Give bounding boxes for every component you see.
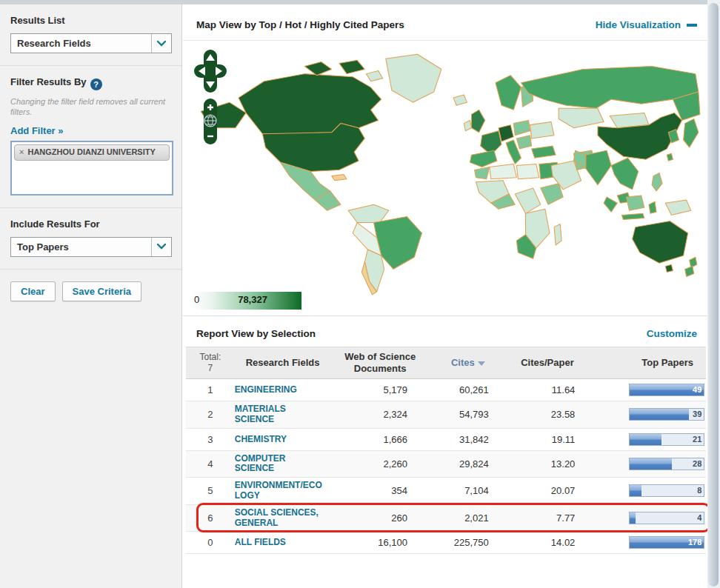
map-legend: 0 78,327	[192, 292, 301, 310]
report-header: Report View by Selection Customize	[183, 316, 707, 347]
top-papers-bar: 4	[629, 512, 704, 524]
table-body: 1 ENGINEERING 5,179 60,261 11.64 49	[186, 379, 706, 554]
chevron-down-icon[interactable]	[151, 34, 171, 53]
cites-cell: 60,261	[430, 384, 507, 395]
esi-page: Results List Research Fields Filter Resu…	[0, 0, 720, 588]
remove-filter-icon[interactable]: ×	[19, 147, 24, 158]
docs-cell: 5,179	[330, 384, 430, 395]
map-panel-header: Map View by Top / Hot / Highly Cited Pap…	[183, 4, 707, 41]
collapse-minus-icon[interactable]	[687, 24, 697, 27]
results-list-dropdown[interactable]: Research Fields	[10, 33, 172, 53]
filter-section: Filter Results By? Changing the filter f…	[0, 66, 181, 208]
docs-cell: 260	[330, 512, 430, 524]
include-results-dropdown[interactable]: Top Papers	[10, 237, 172, 257]
top-papers-cell: 8	[629, 484, 706, 497]
customize-link[interactable]: Customize	[647, 328, 697, 339]
vertical-scrollbar[interactable]	[707, 0, 720, 588]
top-papers-cell: 28	[629, 458, 706, 470]
sort-arrow-icon	[478, 361, 485, 366]
top-papers-cell: 21	[629, 433, 706, 446]
field-cell: ALL FIELDS	[235, 534, 331, 551]
table-row: 3 CHEMISTRY 1,666 31,842 19.11 21	[186, 429, 706, 451]
cites-per-paper-cell: 19.11	[507, 434, 589, 445]
research-field-link[interactable]: CHEMISTRY	[235, 435, 287, 445]
bar-value: 8	[697, 486, 701, 495]
docs-cell: 2,260	[330, 458, 430, 470]
bar-fill	[630, 434, 661, 445]
top-papers-bar: 8	[629, 484, 704, 497]
top-papers-cell: 178	[629, 536, 706, 549]
research-field-link[interactable]: MATERIALS SCIENCE	[235, 404, 327, 425]
sidebar: Results List Research Fields Filter Resu…	[0, 4, 182, 588]
map-controls	[193, 50, 227, 144]
legend-max: 78,327	[238, 294, 267, 305]
sidebar-buttons: Clear Save Criteria	[0, 270, 181, 313]
report-table: Total: 7 Research Fields Web of Science …	[186, 347, 706, 554]
legend-min: 0	[194, 294, 199, 305]
top-papers-bar: 28	[629, 458, 704, 470]
bar-value: 39	[693, 410, 701, 418]
top-papers-bar: 178	[629, 536, 704, 549]
table-row: 6 SOCIAL SCIENCES, GENERAL 260 2,021 7.7…	[186, 505, 706, 532]
scrollbar-thumb[interactable]	[708, 3, 719, 587]
field-cell: COMPUTER SCIENCE	[235, 451, 331, 478]
cites-per-paper-cell: 13.20	[507, 458, 589, 470]
rank-cell: 4	[186, 458, 235, 470]
cites-per-paper-cell: 20.07	[507, 485, 589, 496]
map-title: Map View by Top / Hot / Highly Cited Pap…	[196, 19, 404, 30]
research-field-link[interactable]: ALL FIELDS	[235, 538, 286, 548]
bar-value: 28	[693, 459, 701, 468]
docs-cell: 2,324	[330, 409, 430, 420]
field-cell: CHEMISTRY	[235, 431, 331, 448]
table-row: 5 ENVIRONMENT/ECOLOGY 354 7,104 20.07 8	[186, 478, 706, 505]
rank-cell: 5	[186, 485, 235, 496]
save-criteria-button[interactable]: Save Criteria	[62, 281, 142, 301]
bar-value: 4	[697, 513, 701, 522]
filter-note: Changing the filter field removes all cu…	[10, 96, 171, 118]
cites-per-paper-cell: 14.02	[507, 537, 589, 548]
cites-cell: 2,021	[430, 512, 507, 524]
table-row: 2 MATERIALS SCIENCE 2,324 54,793 23.58 3…	[186, 401, 706, 429]
filter-chip: × HANGZHOU DIANZI UNIVERSITY	[14, 144, 170, 161]
help-icon[interactable]: ?	[90, 78, 102, 90]
main-content: Map View by Top / Hot / Highly Cited Pap…	[183, 4, 707, 588]
table-row: 4 COMPUTER SCIENCE 2,260 29,824 13.20 28	[186, 451, 706, 478]
cites-cell: 225,750	[430, 537, 507, 548]
cites-cell: 29,824	[430, 458, 507, 470]
research-field-link[interactable]: ENVIRONMENT/ECOLOGY	[235, 481, 327, 501]
add-filter-link[interactable]: Add Filter »	[10, 125, 64, 136]
top-papers-bar: 49	[629, 384, 704, 396]
top-papers-cell: 4	[629, 512, 706, 524]
top-papers-bar: 21	[629, 433, 704, 446]
report-title: Report View by Selection	[196, 328, 316, 339]
research-field-link[interactable]: COMPUTER SCIENCE	[235, 454, 327, 475]
results-list-heading: Results List	[10, 15, 171, 26]
filter-box[interactable]: × HANGZHOU DIANZI UNIVERSITY	[10, 141, 173, 196]
hide-visualization-link[interactable]: Hide Visualization	[596, 19, 697, 30]
include-results-section: Include Results For Top Papers	[0, 208, 181, 270]
field-cell: MATERIALS SCIENCE	[235, 401, 331, 428]
filter-chip-label: HANGZHOU DIANZI UNIVERSITY	[27, 147, 155, 158]
bar-fill	[630, 512, 636, 524]
research-field-link[interactable]: SOCIAL SCIENCES, GENERAL	[235, 508, 327, 529]
col-total: Total: 7	[186, 352, 235, 374]
results-list-dropdown-value: Research Fields	[11, 38, 151, 49]
table-row: 1 ENGINEERING 5,179 60,261 11.64 49	[186, 379, 706, 401]
clear-button[interactable]: Clear	[10, 281, 56, 301]
cites-cell: 31,842	[430, 434, 507, 445]
chevron-down-icon[interactable]	[151, 238, 171, 256]
docs-cell: 354	[330, 485, 430, 496]
bar-fill	[630, 409, 689, 420]
research-field-link[interactable]: ENGINEERING	[235, 385, 297, 395]
bar-value: 49	[693, 385, 701, 394]
bar-fill	[630, 458, 672, 470]
table-row: 0 ALL FIELDS 16,100 225,750 14.02 178	[186, 532, 706, 554]
cites-per-paper-cell: 11.64	[507, 384, 589, 395]
rank-cell: 2	[186, 409, 235, 420]
col-cites: Cites	[430, 357, 507, 369]
top-papers-cell: 39	[629, 408, 706, 421]
results-list-section: Results List Research Fields	[0, 4, 181, 66]
bar-value: 178	[688, 538, 701, 547]
bar-fill	[630, 485, 641, 496]
cites-sort-button[interactable]: Cites	[430, 357, 507, 369]
